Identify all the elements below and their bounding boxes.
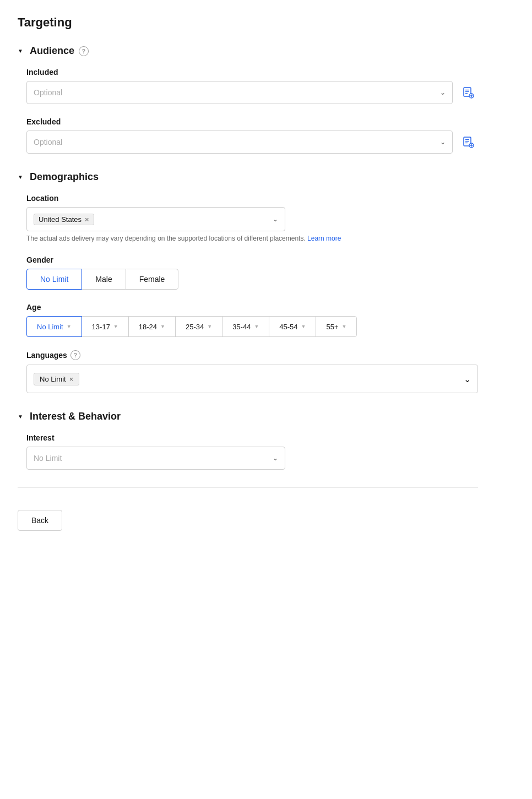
age-25-34-button[interactable]: 25-34 ▼ — [175, 316, 222, 337]
demographics-section: ▼ Demographics Location United States × … — [18, 171, 478, 393]
excluded-placeholder: Optional — [34, 138, 62, 146]
gender-toggle-group: No Limit Male Female — [26, 269, 478, 290]
included-label: Included — [26, 68, 478, 77]
excluded-select[interactable]: Optional ⌄ — [26, 131, 453, 154]
age-25-34-arrow: ▼ — [207, 324, 212, 329]
location-tag-value: United States — [39, 215, 82, 224]
gender-female-button[interactable]: Female — [126, 269, 179, 290]
age-field: Age No Limit ▼ 13-17 ▼ 18-24 ▼ 25-34 ▼ — [18, 303, 478, 337]
age-25-34-label: 25-34 — [186, 323, 204, 331]
gender-field: Gender No Limit Male Female — [18, 256, 478, 290]
age-18-24-label: 18-24 — [139, 323, 157, 331]
languages-select[interactable]: No Limit × ⌄ — [26, 365, 478, 393]
languages-no-limit-tag: No Limit × — [34, 373, 79, 385]
languages-no-limit-remove[interactable]: × — [69, 375, 74, 383]
languages-tags: No Limit × — [34, 373, 79, 385]
location-select[interactable]: United States × ⌄ — [26, 207, 285, 231]
interest-placeholder: No Limit — [34, 454, 62, 463]
location-hint: The actual ads delivery may vary dependi… — [26, 235, 478, 242]
interest-behavior-section: ▼ Interest & Behavior Interest No Limit … — [18, 411, 478, 470]
audience-section: ▼ Audience ? Included Optional ⌄ — [18, 45, 478, 154]
location-field: Location United States × ⌄ The actual ad… — [18, 194, 478, 242]
age-35-44-button[interactable]: 35-44 ▼ — [222, 316, 269, 337]
gender-male-button[interactable]: Male — [82, 269, 126, 290]
included-select[interactable]: Optional ⌄ — [26, 81, 453, 104]
age-no-limit-arrow: ▼ — [67, 324, 72, 329]
location-chevron-icon: ⌄ — [273, 215, 278, 223]
age-45-54-arrow: ▼ — [301, 324, 306, 329]
page-title: Targeting — [18, 15, 478, 30]
included-field: Included Optional ⌄ — [18, 68, 478, 104]
age-45-54-label: 45-54 — [279, 323, 297, 331]
location-label: Location — [26, 194, 478, 203]
age-18-24-button[interactable]: 18-24 ▼ — [128, 316, 176, 337]
included-chevron-icon: ⌄ — [440, 89, 446, 96]
languages-label: Languages — [26, 351, 67, 360]
languages-help-icon[interactable]: ? — [70, 350, 80, 360]
gender-label: Gender — [26, 256, 478, 264]
age-13-17-label: 13-17 — [92, 323, 110, 331]
age-13-17-button[interactable]: 13-17 ▼ — [82, 316, 129, 337]
age-toggle-group: No Limit ▼ 13-17 ▼ 18-24 ▼ 25-34 ▼ 35-44 — [26, 316, 478, 337]
included-row: Optional ⌄ — [26, 81, 478, 104]
location-tag: United States × — [34, 214, 94, 225]
interest-behavior-section-header[interactable]: ▼ Interest & Behavior — [18, 411, 478, 422]
audience-help-icon[interactable]: ? — [79, 46, 89, 56]
demographics-section-header[interactable]: ▼ Demographics — [18, 171, 478, 183]
included-new-audience-button[interactable] — [458, 83, 478, 102]
interest-behavior-section-title: Interest & Behavior — [30, 411, 121, 422]
age-no-limit-button[interactable]: No Limit ▼ — [26, 316, 82, 337]
excluded-row: Optional ⌄ — [26, 131, 478, 154]
age-55-plus-arrow: ▼ — [342, 324, 347, 329]
age-label: Age — [26, 303, 478, 312]
excluded-field: Excluded Optional ⌄ — [18, 117, 478, 154]
languages-field: Languages ? No Limit × ⌄ — [18, 350, 478, 393]
age-35-44-arrow: ▼ — [254, 324, 259, 329]
languages-chevron-icon: ⌄ — [464, 374, 471, 384]
languages-no-limit-value: No Limit — [40, 375, 66, 383]
demographics-collapse-arrow: ▼ — [18, 174, 23, 180]
audience-section-title: Audience — [30, 45, 74, 57]
interest-chevron-icon: ⌄ — [273, 454, 278, 462]
age-55-plus-button[interactable]: 55+ ▼ — [316, 316, 357, 337]
gender-no-limit-button[interactable]: No Limit — [26, 269, 82, 290]
demographics-section-title: Demographics — [30, 171, 99, 183]
excluded-new-audience-button[interactable] — [458, 132, 478, 152]
age-no-limit-label: No Limit — [37, 323, 63, 331]
audience-section-header[interactable]: ▼ Audience ? — [18, 45, 478, 57]
location-learn-more-link[interactable]: Learn more — [307, 235, 341, 242]
footer: Back — [18, 487, 478, 531]
age-55-plus-label: 55+ — [326, 323, 338, 331]
interest-behavior-collapse-arrow: ▼ — [18, 414, 23, 420]
location-tag-remove[interactable]: × — [85, 216, 89, 223]
interest-select[interactable]: No Limit ⌄ — [26, 447, 285, 470]
age-45-54-button[interactable]: 45-54 ▼ — [269, 316, 316, 337]
age-18-24-arrow: ▼ — [160, 324, 165, 329]
excluded-label: Excluded — [26, 117, 478, 126]
interest-label: Interest — [26, 433, 478, 442]
included-placeholder: Optional — [34, 88, 62, 97]
back-button[interactable]: Back — [18, 510, 62, 531]
audience-collapse-arrow: ▼ — [18, 48, 23, 54]
excluded-chevron-icon: ⌄ — [440, 138, 446, 146]
age-35-44-label: 35-44 — [232, 323, 251, 331]
age-13-17-arrow: ▼ — [113, 324, 118, 329]
interest-field: Interest No Limit ⌄ — [18, 433, 478, 470]
